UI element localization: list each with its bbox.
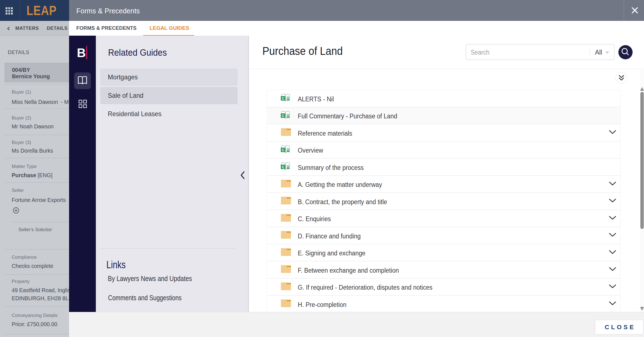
svg-text:C: C (282, 114, 285, 118)
svg-text:C: C (282, 165, 285, 169)
svg-text:C: C (282, 96, 285, 101)
svg-text:C: C (282, 148, 285, 152)
